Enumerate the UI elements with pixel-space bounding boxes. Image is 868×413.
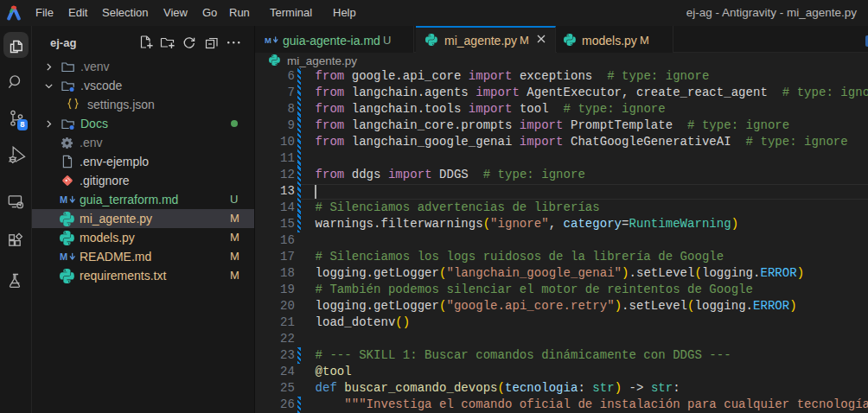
svg-text:M: M: [60, 194, 67, 205]
svg-text:M: M: [60, 251, 67, 262]
svg-text:M: M: [265, 35, 271, 45]
